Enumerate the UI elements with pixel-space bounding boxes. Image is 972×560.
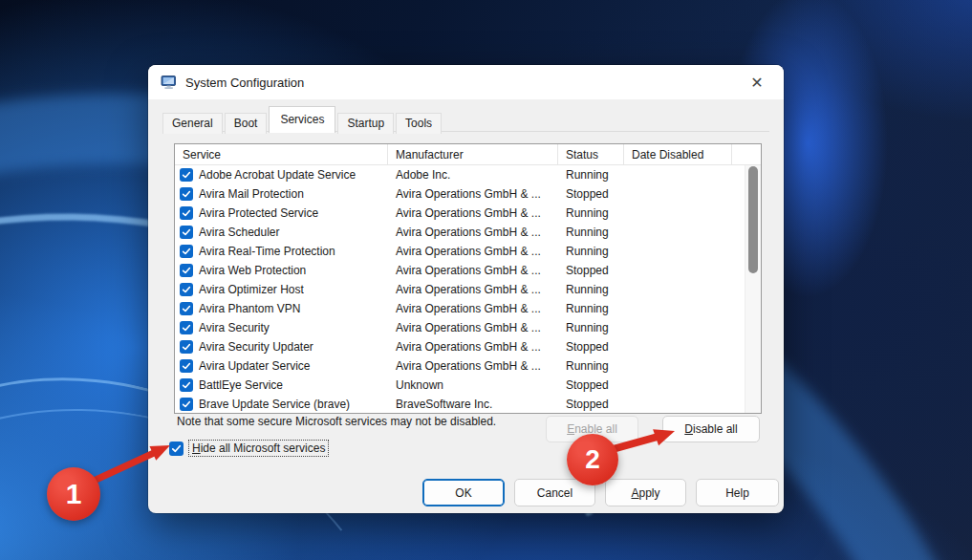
service-name: Avira Phantom VPN [199,302,301,315]
service-row[interactable]: Avira SchedulerAvira Operations GmbH & .… [175,223,761,242]
service-name: Avira Mail Protection [199,187,304,201]
help-button[interactable]: Help [696,479,779,506]
tab-services[interactable]: Services [269,106,335,133]
service-row[interactable]: Brave Update Service (brave)BraveSoftwar… [175,395,761,413]
tab-startup[interactable]: Startup [337,113,394,134]
column-header-status[interactable]: Status [558,144,624,164]
service-name: Avira Security [199,321,270,334]
service-manufacturer: Avira Operations GmbH & ... [388,340,558,354]
row-checkbox-checked-icon[interactable] [180,245,193,258]
system-configuration-icon [161,75,177,90]
title-bar[interactable]: System Configuration ✕ [148,65,784,99]
service-manufacturer: Avira Operations GmbH & ... [388,226,558,239]
service-row[interactable]: Avira Security UpdaterAvira Operations G… [175,337,761,356]
service-manufacturer: Avira Operations GmbH & ... [388,187,558,201]
row-checkbox-checked-icon[interactable] [180,398,193,411]
apply-button[interactable]: Apply [605,479,686,506]
vertical-scrollbar[interactable] [745,165,761,413]
close-icon[interactable]: ✕ [738,68,776,97]
service-status: Running [558,302,624,315]
service-manufacturer: Avira Operations GmbH & ... [388,321,558,334]
scrollbar-thumb[interactable] [748,166,758,273]
service-row[interactable]: Avira Phantom VPNAvira Operations GmbH &… [175,299,761,318]
service-manufacturer: BraveSoftware Inc. [388,398,558,411]
step-1-badge: 1 [47,467,100,521]
row-checkbox-checked-icon[interactable] [180,321,193,334]
service-manufacturer: Avira Operations GmbH & ... [388,264,558,277]
service-status: Running [558,226,624,239]
column-header-date-disabled[interactable]: Date Disabled [624,144,732,164]
service-status: Stopped [558,187,624,201]
disable-all-label: Disable all [684,422,737,436]
service-manufacturer: Unknown [388,378,558,392]
ok-button[interactable]: OK [422,479,505,506]
service-name: Avira Real-Time Protection [199,245,335,258]
service-name: Avira Protected Service [199,206,318,220]
service-name: Avira Scheduler [199,226,280,239]
service-status: Running [558,283,624,296]
hide-all-microsoft-services-checkbox[interactable]: Hide all Microsoft services [169,440,329,457]
service-status: Stopped [558,378,624,392]
service-row[interactable]: Avira Protected ServiceAvira Operations … [175,204,761,223]
tab-general[interactable]: General [162,113,223,134]
service-status: Running [558,245,624,258]
checkbox-checked-icon[interactable] [169,442,184,456]
service-row[interactable]: BattlEye ServiceUnknownStopped [175,376,761,395]
disable-all-button[interactable]: Disable all [662,416,760,442]
hide-all-microsoft-services-label: Hide all Microsoft services [188,440,329,457]
service-row[interactable]: Avira SecurityAvira Operations GmbH & ..… [175,318,761,337]
service-name: Avira Optimizer Host [199,283,304,296]
service-row[interactable]: Avira Web ProtectionAvira Operations Gmb… [175,261,761,280]
services-list-body: Adobe Acrobat Update ServiceAdobe Inc.Ru… [175,165,761,413]
step-2-badge: 2 [567,434,618,485]
service-status: Running [558,321,624,334]
service-manufacturer: Avira Operations GmbH & ... [388,359,558,373]
services-list-header: ServiceManufacturerStatusDate Disabled [175,144,761,165]
service-status: Running [558,206,624,220]
column-header-service[interactable]: Service [175,144,388,164]
note-text: Note that some secure Microsoft services… [177,415,496,428]
row-checkbox-checked-icon[interactable] [180,378,193,392]
service-row[interactable]: Avira Real-Time ProtectionAvira Operatio… [175,242,761,261]
row-checkbox-checked-icon[interactable] [180,226,193,239]
services-list: ServiceManufacturerStatusDate Disabled A… [174,143,762,414]
service-row[interactable]: Avira Updater ServiceAvira Operations Gm… [175,356,761,376]
service-row[interactable]: Avira Mail ProtectionAvira Operations Gm… [175,184,761,204]
service-name: Avira Security Updater [199,340,313,354]
column-header-manufacturer[interactable]: Manufacturer [388,144,558,164]
service-row[interactable]: Adobe Acrobat Update ServiceAdobe Inc.Ru… [175,165,761,184]
row-checkbox-checked-icon[interactable] [180,359,193,373]
service-name: Adobe Acrobat Update Service [199,168,356,182]
service-status: Running [558,359,624,373]
service-manufacturer: Avira Operations GmbH & ... [388,245,558,258]
service-manufacturer: Avira Operations GmbH & ... [388,206,558,220]
window-title: System Configuration [185,75,304,90]
row-checkbox-checked-icon[interactable] [180,302,193,315]
tab-boot[interactable]: Boot [225,113,268,134]
row-checkbox-checked-icon[interactable] [180,264,193,277]
service-manufacturer: Avira Operations GmbH & ... [388,302,558,315]
service-status: Stopped [558,340,624,354]
row-checkbox-checked-icon[interactable] [180,168,193,182]
service-manufacturer: Adobe Inc. [388,168,558,182]
service-row[interactable]: Avira Optimizer HostAvira Operations Gmb… [175,280,761,299]
service-status: Stopped [558,264,624,277]
service-name: Avira Updater Service [199,359,311,373]
tab-strip: GeneralBootServicesStartupTools [162,107,769,132]
row-checkbox-checked-icon[interactable] [180,283,193,296]
system-configuration-window: System Configuration ✕ GeneralBootServic… [148,65,784,513]
service-manufacturer: Avira Operations GmbH & ... [388,283,558,296]
service-name: Avira Web Protection [199,264,306,277]
service-name: BattlEye Service [199,378,283,392]
step-2-number: 2 [585,444,600,475]
row-checkbox-checked-icon[interactable] [180,187,193,201]
service-status: Stopped [558,398,624,411]
step-1-number: 1 [66,478,82,510]
service-status: Running [558,168,624,182]
row-checkbox-checked-icon[interactable] [180,340,193,354]
service-name: Brave Update Service (brave) [199,398,350,411]
tab-tools[interactable]: Tools [396,113,442,134]
row-checkbox-checked-icon[interactable] [180,206,193,220]
